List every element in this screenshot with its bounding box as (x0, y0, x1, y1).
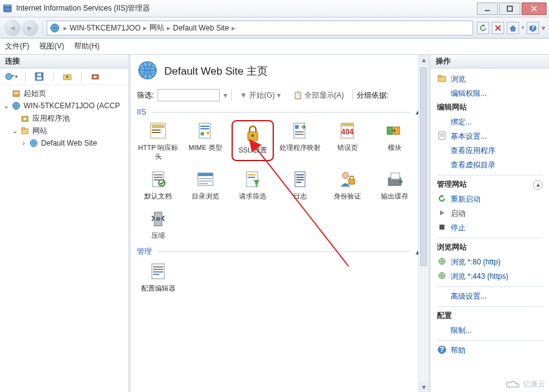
tree-server[interactable]: ⌄WIN-5TKCEM71JOO (ACCP (2, 100, 126, 112)
action-basic-settings[interactable]: 基本设置... (437, 129, 543, 144)
filter-show-all-button[interactable]: 📋全部显示(A) (289, 89, 349, 101)
svg-rect-41 (295, 131, 304, 133)
stop-server-icon[interactable] (88, 71, 103, 82)
center-scrollbar[interactable]: ▴ ▾ (418, 55, 428, 392)
item-compress[interactable]: 压缩 (137, 208, 179, 240)
menu-view[interactable]: 视图(V) (39, 41, 64, 52)
minimize-button[interactable] (477, 2, 498, 15)
item-config-editor[interactable]: 配置编辑器 (137, 261, 179, 293)
menu-help[interactable]: 帮助(H) (74, 41, 100, 52)
nav-refresh-icon[interactable] (477, 22, 489, 34)
svg-rect-17 (94, 76, 96, 78)
item-output-cache[interactable]: 输出缓存 (373, 169, 416, 201)
svg-rect-54 (198, 173, 213, 176)
page-title: Default Web Site 主页 (164, 64, 268, 78)
collapse-button[interactable]: ▴ (533, 180, 543, 190)
item-mime[interactable]: MIME 类型 (184, 120, 227, 161)
svg-rect-65 (296, 182, 301, 183)
action-stop[interactable]: 停止 (437, 221, 543, 235)
tree-start-page[interactable]: 起始页 (2, 87, 126, 100)
svg-rect-42 (295, 134, 304, 135)
actions-header: 操作 (431, 55, 549, 68)
nav-forward-button[interactable]: ► (22, 20, 38, 36)
title-bar: Internet Information Services (IIS)管理器 (0, 0, 549, 17)
mgmt-group: 管理▴ 配置编辑器 (137, 246, 422, 293)
group-by-label: 分组依据: (357, 90, 388, 101)
svg-rect-13 (37, 77, 42, 80)
svg-rect-79 (438, 75, 441, 77)
play-icon (437, 208, 447, 218)
svg-rect-73 (153, 266, 163, 268)
action-browse-80[interactable]: 浏览 *:80 (http) (437, 255, 543, 269)
breadcrumb-seg[interactable]: WIN-5TKCEM71JOO (67, 24, 143, 32)
document-icon (437, 131, 447, 141)
action-browse-443[interactable]: 浏览 *:443 (https) (437, 269, 543, 284)
tree-sites[interactable]: ⌄网站 (11, 124, 126, 137)
connect-icon[interactable]: ▾ (4, 71, 19, 82)
item-ssl[interactable]: SSL 设置 (232, 120, 274, 161)
action-explore[interactable]: 浏览 (437, 72, 543, 86)
nav-stop-icon[interactable] (492, 22, 504, 34)
connections-tree: 起始页 ⌄WIN-5TKCEM71JOO (ACCP 应用程序池 ⌄网站 ›De… (0, 85, 128, 152)
maximize-button[interactable] (499, 2, 520, 15)
filter-bar: 筛选: ▾ ▼开始(G)▾ 📋全部显示(A) 分组依据: (137, 89, 422, 101)
menu-file[interactable]: 文件(F) (5, 41, 29, 52)
connections-panel: 连接 ▾ 起始页 ⌄WIN-5TKCEM71JOO (ACCP 应用程序池 ⌄网… (0, 55, 131, 392)
svg-rect-59 (248, 174, 255, 175)
breadcrumb-seg[interactable]: Default Web Site (171, 24, 232, 32)
iis-group: IIS▴ HTTP 响应标头 MIME 类型 SSL 设置 处理程序映射 404… (137, 108, 422, 240)
action-help[interactable]: ?帮助 (437, 343, 543, 358)
svg-rect-44 (341, 123, 354, 126)
svg-point-36 (200, 132, 204, 136)
action-edit-perms[interactable]: 编辑权限... (437, 86, 543, 101)
item-error-pages[interactable]: 404错误页 (326, 120, 368, 161)
tree-app-pools[interactable]: 应用程序池 (11, 112, 126, 124)
svg-rect-50 (154, 177, 162, 178)
svg-rect-71 (156, 217, 160, 221)
breadcrumb[interactable]: ▸ WIN-5TKCEM71JOO ▸ 网站 ▸ Default Web Sit… (47, 21, 473, 35)
nav-home-icon[interactable] (507, 22, 519, 34)
save-icon[interactable] (32, 71, 47, 82)
svg-rect-32 (152, 132, 161, 133)
nav-help-icon[interactable]: ? (527, 22, 539, 34)
action-adv-settings[interactable]: 高级设置... (437, 289, 543, 304)
item-modules[interactable]: 模块 (373, 120, 416, 161)
browse-icon (437, 256, 447, 266)
svg-rect-34 (200, 126, 209, 127)
nav-back-button[interactable]: ◄ (4, 20, 21, 36)
svg-rect-67 (349, 179, 355, 184)
separator (42, 21, 43, 35)
action-start[interactable]: 启动 (437, 207, 543, 221)
action-view-vdirs[interactable]: 查看虚拟目录 (437, 158, 543, 172)
action-view-apps[interactable]: 查看应用程序 (437, 144, 543, 158)
nav-bar: ◄ ► ▸ WIN-5TKCEM71JOO ▸ 网站 ▸ Default Web… (0, 17, 549, 39)
item-http-headers[interactable]: HTTP 响应标头 (137, 120, 179, 161)
folder-up-icon[interactable] (60, 71, 75, 82)
tree-default-site[interactable]: ›Default Web Site (20, 137, 126, 149)
svg-rect-0 (4, 7, 11, 12)
filter-go-button[interactable]: ▼开始(G)▾ (235, 89, 284, 101)
svg-rect-33 (199, 123, 210, 138)
action-bindings[interactable]: 绑定... (437, 115, 543, 129)
main-area: 连接 ▾ 起始页 ⌄WIN-5TKCEM71JOO (ACCP 应用程序池 ⌄网… (0, 55, 549, 392)
filter-input[interactable] (157, 89, 220, 101)
item-default-doc[interactable]: 默认文档 (137, 169, 179, 201)
item-handlers[interactable]: 处理程序映射 (279, 120, 321, 161)
svg-rect-49 (154, 174, 162, 175)
svg-rect-30 (152, 124, 164, 128)
svg-rect-1 (4, 5, 11, 7)
svg-rect-81 (440, 134, 444, 134)
action-limits[interactable]: 限制... (437, 324, 543, 338)
breadcrumb-seg[interactable]: 网站 (147, 22, 167, 33)
item-logging[interactable]: 日志 (279, 169, 321, 201)
svg-text:?: ? (530, 24, 535, 32)
svg-text:404: 404 (341, 128, 354, 136)
restart-icon (437, 194, 447, 203)
item-auth[interactable]: 身份验证 (326, 169, 368, 201)
svg-rect-20 (14, 93, 19, 94)
action-restart[interactable]: 重新启动 (437, 192, 543, 207)
svg-rect-82 (440, 136, 444, 136)
item-dir-browse[interactable]: 目录浏览 (184, 169, 227, 201)
close-button[interactable] (522, 2, 547, 15)
item-request-filter[interactable]: 请求筛选 (232, 169, 274, 201)
